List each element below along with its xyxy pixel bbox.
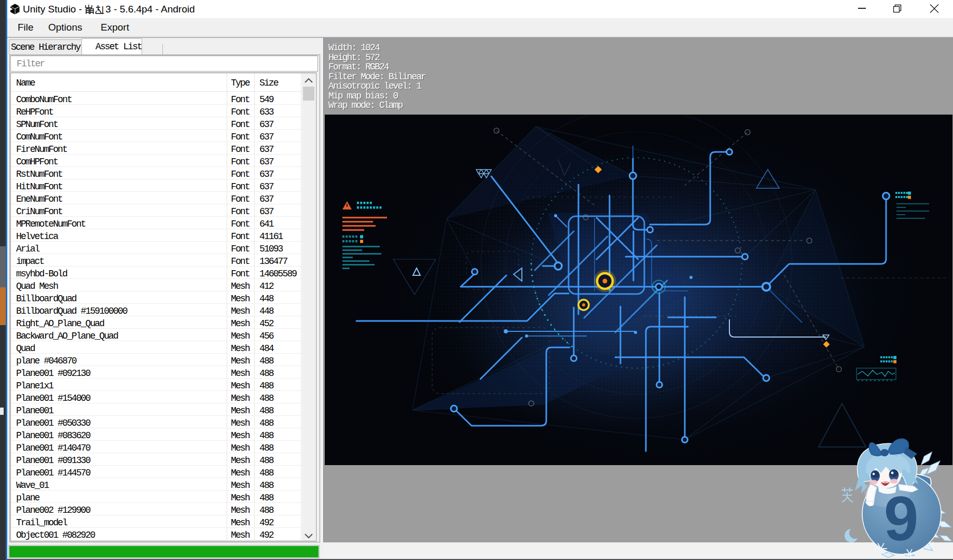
- svg-text:9: 9: [884, 484, 919, 553]
